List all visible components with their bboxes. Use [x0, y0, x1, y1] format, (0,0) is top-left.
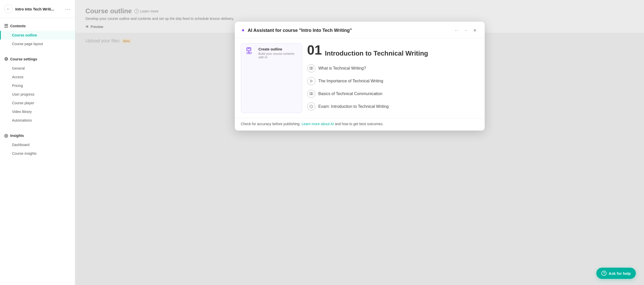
modal-overlay: ✦ AI Assistant for course "Intro Into Te…: [75, 0, 644, 285]
lesson-label-4: Exam: Introduction to Technical Writing: [318, 104, 389, 109]
lesson-label-2: The Importance of Technical Writing: [318, 79, 383, 83]
create-outline-card-text: Create outline Build your course content…: [259, 47, 297, 59]
insights-label: Insights: [10, 134, 24, 138]
create-outline-subtitle: Build your course contents with AI: [259, 52, 297, 59]
sidebar-section-contents: ☰ Contents Course outline Course page la…: [0, 18, 75, 51]
sidebar-item-dashboard[interactable]: Dashboard: [0, 140, 75, 149]
lesson-item-2: The Importance of Technical Writing: [307, 75, 479, 87]
sidebar-item-course-page-layout[interactable]: Course page layout: [0, 40, 75, 48]
modal-actions: ← → ×: [453, 27, 479, 34]
section-heading: 01Introduction to Technical Writing: [307, 43, 479, 57]
sidebar-item-video-library[interactable]: Video library: [0, 107, 75, 116]
main-content: Course outline ? Learn more Develop your…: [75, 0, 644, 285]
modal-title: AI Assistant for course "Intro Into Tech…: [248, 28, 352, 33]
lesson-quiz-icon-4: ?: [307, 102, 315, 111]
lesson-item-1: What is Technical Writing?: [307, 62, 479, 75]
course-settings-label: Course settings: [10, 57, 37, 61]
sidebar-section-contents-header[interactable]: ☰ Contents: [0, 21, 75, 31]
svg-rect-2: [249, 48, 251, 49]
modal-title-area: ✦ AI Assistant for course "Intro Into Te…: [241, 27, 352, 33]
ai-sparkle-icon: ✦: [241, 27, 245, 33]
modal-close-button[interactable]: ×: [471, 27, 479, 34]
create-outline-card[interactable]: Create outline Build your course content…: [241, 43, 302, 113]
lesson-play-icon-2: [307, 77, 315, 85]
lesson-item-3: Basics of Technical Communication: [307, 87, 479, 100]
contents-label: Contents: [10, 24, 26, 28]
sidebar-item-user-progress[interactable]: User progress: [0, 90, 75, 99]
lesson-label-1: What is Technical Writing?: [318, 66, 366, 71]
sidebar-title: Intro Into Tech Writi...: [15, 7, 62, 11]
sidebar-section-course-settings: ⚙ Course settings General Access Pricing…: [0, 51, 75, 128]
sidebar-section-insights: ◎ Insights Dashboard Course insights: [0, 128, 75, 161]
section-number: 01: [307, 43, 322, 57]
svg-rect-0: [247, 48, 251, 51]
modal-content-inner: Create outline Build your course content…: [241, 43, 479, 113]
create-outline-title: Create outline: [259, 47, 297, 51]
sidebar-item-course-player[interactable]: Course player: [0, 99, 75, 107]
sidebar-item-course-outline[interactable]: Course outline: [0, 31, 75, 40]
sidebar-header: ← Intro Into Tech Writi... ···: [0, 0, 75, 18]
sidebar: ← Intro Into Tech Writi... ··· ☰ Content…: [0, 0, 75, 285]
sidebar-item-general[interactable]: General: [0, 64, 75, 73]
svg-text:?: ?: [311, 106, 312, 108]
modal-footer-note: Check for accuracy before publishing. Le…: [235, 118, 485, 131]
footer-text-after: and how to get best outcomes.: [334, 122, 384, 126]
lesson-label-3: Basics of Technical Communication: [318, 92, 382, 96]
modal-scroll-area[interactable]: Create outline Build your course content…: [235, 38, 485, 118]
ai-assistant-modal: ✦ AI Assistant for course "Intro Into Te…: [235, 22, 485, 131]
modal-forward-button[interactable]: →: [462, 27, 469, 34]
ask-for-help-button[interactable]: ? Ask for help: [596, 268, 636, 279]
settings-icon: ⚙: [4, 56, 8, 62]
sidebar-section-course-settings-header[interactable]: ⚙ Course settings: [0, 54, 75, 64]
ask-help-question-icon: ?: [601, 271, 607, 276]
section-title: Introduction to Technical Writing: [325, 49, 428, 57]
sidebar-section-insights-header[interactable]: ◎ Insights: [0, 131, 75, 140]
svg-rect-4: [247, 52, 249, 54]
footer-text-before: Check for accuracy before publishing.: [241, 122, 302, 126]
svg-rect-1: [247, 48, 249, 49]
svg-rect-5: [249, 52, 251, 54]
lesson-item-4: ? Exam: Introduction to Technical Writin…: [307, 100, 479, 113]
lesson-book-icon-1: [307, 64, 315, 72]
more-options-button[interactable]: ···: [65, 6, 71, 12]
lesson-book-icon-3: [307, 90, 315, 98]
ask-for-help-label: Ask for help: [609, 271, 631, 276]
sidebar-item-access[interactable]: Access: [0, 73, 75, 81]
sidebar-item-pricing[interactable]: Pricing: [0, 81, 75, 90]
svg-marker-6: [311, 80, 313, 82]
modal-back-button[interactable]: ←: [453, 27, 460, 34]
insights-icon: ◎: [4, 133, 8, 138]
create-outline-icon: [246, 47, 255, 58]
contents-icon: ☰: [4, 23, 8, 29]
outline-content: 01Introduction to Technical Writing What…: [307, 43, 479, 113]
sidebar-item-course-insights[interactable]: Course insights: [0, 149, 75, 158]
modal-header: ✦ AI Assistant for course "Intro Into Te…: [235, 22, 485, 38]
footer-learn-more-link[interactable]: Learn more about AI: [302, 122, 334, 126]
back-button[interactable]: ←: [4, 5, 13, 13]
sidebar-item-automations[interactable]: Automations: [0, 116, 75, 125]
